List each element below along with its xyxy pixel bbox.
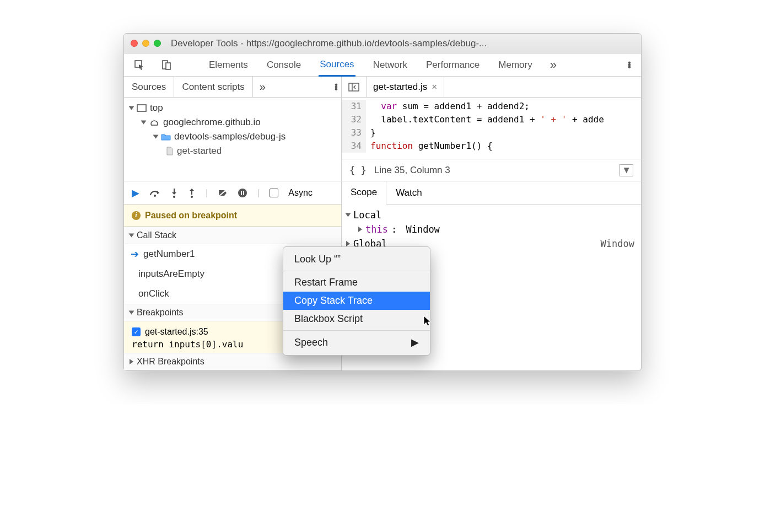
ctx-speech[interactable]: Speech ▶: [283, 333, 430, 352]
call-stack-header[interactable]: Call Stack: [124, 227, 341, 244]
tab-memory[interactable]: Memory: [497, 53, 533, 77]
call-stack-label: Call Stack: [137, 230, 176, 240]
deactivate-breakpoints-icon[interactable]: [218, 189, 228, 197]
tree-file-label: get-started: [177, 146, 222, 157]
breakpoint-checkbox[interactable]: ✓: [132, 327, 141, 336]
ctx-speech-label: Speech: [294, 337, 328, 348]
editor-tab-get-started[interactable]: get-started.js ×: [367, 77, 444, 98]
navtabs-menu-icon[interactable]: •••: [335, 84, 338, 90]
inspect-icon[interactable]: [134, 60, 145, 71]
tab-watch[interactable]: Watch: [386, 181, 432, 205]
tree-folder-label: devtools-samples/debug-js: [174, 131, 285, 142]
code-editor[interactable]: 31 var sum = addend1 + addend2;32 label.…: [342, 98, 641, 159]
ctx-restart-frame[interactable]: Restart Frame: [283, 273, 430, 292]
tab-scope[interactable]: Scope: [341, 181, 386, 205]
editor-panel: get-started.js × 31 var sum = addend1 + …: [342, 77, 641, 181]
current-frame-icon: ➔: [131, 248, 139, 260]
pause-exceptions-icon[interactable]: [238, 188, 247, 198]
submenu-arrow-icon: ▶: [411, 336, 419, 348]
navtab-content-scripts[interactable]: Content scripts: [174, 77, 252, 98]
step-into-icon[interactable]: [170, 188, 178, 198]
context-menu: Look Up “” Restart Frame Copy Stack Trac…: [283, 246, 430, 356]
stack-frame-label: onClick: [138, 288, 169, 299]
cursor-position: Line 35, Column 3: [374, 165, 450, 176]
debugger-panel: ▶ | | Async i Paused on breakpoint Call …: [124, 181, 342, 370]
svg-point-10: [191, 196, 193, 198]
svg-point-12: [238, 189, 247, 197]
window-title: Developer Tools - https://googlechrome.g…: [171, 38, 487, 49]
main-tabbar: Elements Console Sources Network Perform…: [124, 53, 641, 77]
ctx-blackbox-script[interactable]: Blackbox Script: [283, 310, 430, 328]
close-tab-icon[interactable]: ×: [432, 82, 437, 93]
stack-frame-label: getNumber1: [143, 249, 195, 260]
maximize-icon[interactable]: [154, 40, 161, 47]
scope-global-value: Window: [601, 238, 634, 249]
scope-local-label: Local: [353, 209, 381, 221]
file-tree: top googlechrome.github.io devtools-samp…: [124, 98, 341, 158]
scope-local[interactable]: Local: [346, 208, 634, 222]
info-icon: i: [132, 211, 141, 220]
pretty-print-icon[interactable]: { }: [349, 165, 367, 176]
async-checkbox[interactable]: [270, 189, 278, 197]
async-label: Async: [288, 188, 313, 198]
editor-tab-label: get-started.js: [373, 82, 427, 93]
tab-sources[interactable]: Sources: [319, 53, 355, 77]
scope-this-value: Window: [406, 224, 439, 235]
tree-folder[interactable]: devtools-samples/debug-js: [130, 130, 339, 144]
svg-rect-13: [241, 191, 242, 195]
scope-this-label: this: [365, 224, 388, 235]
device-icon[interactable]: [161, 60, 171, 71]
kebab-menu-icon[interactable]: •••: [628, 62, 631, 68]
resume-icon[interactable]: ▶: [132, 187, 139, 199]
paused-text: Paused on breakpoint: [145, 211, 237, 221]
more-navtabs-icon[interactable]: »: [253, 80, 271, 93]
tree-top-label: top: [150, 103, 163, 114]
debugger-toolbar: ▶ | | Async: [124, 181, 341, 205]
ctx-copy-stack-trace[interactable]: Copy Stack Trace: [283, 292, 430, 310]
breakpoint-file: get-started.js:35: [145, 327, 208, 337]
tab-performance[interactable]: Performance: [425, 53, 481, 77]
ctx-lookup[interactable]: Look Up “”: [283, 250, 430, 268]
minimize-icon[interactable]: [142, 40, 149, 47]
step-over-icon[interactable]: [149, 189, 160, 197]
breakpoints-label: Breakpoints: [137, 308, 184, 318]
tree-top[interactable]: top: [130, 101, 339, 115]
toggle-navigator-icon[interactable]: [342, 77, 367, 97]
stack-frame-label: inputsAreEmpty: [138, 268, 204, 280]
paused-banner: i Paused on breakpoint: [124, 205, 341, 227]
titlebar: Developer Tools - https://googlechrome.g…: [124, 34, 641, 53]
collapse-icon[interactable]: ▼: [619, 164, 633, 176]
more-tabs-icon[interactable]: »: [550, 58, 555, 72]
svg-point-6: [154, 195, 156, 197]
svg-point-8: [173, 196, 175, 198]
svg-rect-14: [243, 191, 244, 195]
tree-host[interactable]: googlechrome.github.io: [130, 115, 339, 130]
editor-statusbar: { } Line 35, Column 3 ▼: [342, 159, 641, 181]
tree-host-label: googlechrome.github.io: [163, 117, 261, 128]
navtab-sources[interactable]: Sources: [124, 77, 174, 98]
navigator-panel: Sources Content scripts » ••• top google…: [124, 77, 342, 181]
devtools-window: Developer Tools - https://googlechrome.g…: [123, 33, 642, 371]
tab-console[interactable]: Console: [266, 53, 302, 77]
svg-rect-3: [137, 105, 146, 111]
close-icon[interactable]: [131, 40, 138, 47]
xhr-breakpoints-label: XHR Breakpoints: [137, 357, 204, 367]
cursor-icon: [423, 315, 433, 330]
scope-this[interactable]: this: Window: [346, 222, 634, 237]
step-out-icon[interactable]: [188, 188, 196, 198]
tree-file[interactable]: get-started: [130, 144, 339, 158]
svg-rect-2: [166, 63, 170, 69]
tab-elements[interactable]: Elements: [208, 53, 249, 77]
tab-network[interactable]: Network: [372, 53, 408, 77]
